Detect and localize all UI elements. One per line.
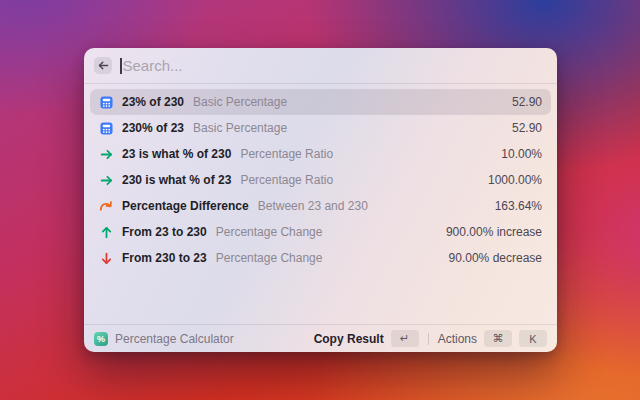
result-value: 52.90 xyxy=(512,95,542,109)
result-value: 90.00% decrease xyxy=(449,251,542,265)
result-row[interactable]: 230 is what % of 23 Percentage Ratio 100… xyxy=(90,167,551,193)
result-subtitle: Percentage Ratio xyxy=(240,173,480,187)
result-subtitle: Percentage Ratio xyxy=(240,147,493,161)
result-value: 900.00% increase xyxy=(446,225,542,239)
return-key-badge: ↵ xyxy=(391,330,419,347)
app-name: Percentage Calculator xyxy=(115,332,234,346)
calculator-icon xyxy=(99,121,113,135)
result-row[interactable]: From 230 to 23 Percentage Change 90.00% … xyxy=(90,245,551,271)
result-title: Percentage Difference xyxy=(122,199,249,213)
arrow-curve-right-icon xyxy=(99,199,113,213)
result-row[interactable]: 23% of 230 Basic Percentage 52.90 xyxy=(90,89,551,115)
result-title: 23 is what % of 230 xyxy=(122,147,231,161)
footer-separator xyxy=(428,333,429,345)
result-subtitle: Basic Percentage xyxy=(193,95,504,109)
calculator-icon xyxy=(99,95,113,109)
arrow-right-icon xyxy=(99,173,113,187)
search-bar xyxy=(84,48,557,83)
footer-actions: Copy Result ↵ Actions ⌘ K xyxy=(314,330,547,347)
results-list: 23% of 230 Basic Percentage 52.90 230% o… xyxy=(84,84,557,324)
result-value: 1000.00% xyxy=(488,173,542,187)
result-subtitle: Basic Percentage xyxy=(193,121,504,135)
result-value: 10.00% xyxy=(501,147,542,161)
back-button[interactable] xyxy=(94,57,112,74)
search-input[interactable] xyxy=(123,57,548,74)
k-key-badge: K xyxy=(519,330,547,347)
result-title: From 23 to 230 xyxy=(122,225,207,239)
result-value: 52.90 xyxy=(512,121,542,135)
copy-result-button[interactable]: Copy Result xyxy=(314,332,384,346)
result-value: 163.64% xyxy=(495,199,542,213)
result-subtitle: Between 23 and 230 xyxy=(258,199,487,213)
result-title: 230 is what % of 23 xyxy=(122,173,231,187)
actions-button[interactable]: Actions xyxy=(438,332,477,346)
percentage-calculator-icon: % xyxy=(94,332,108,346)
launcher-window: 23% of 230 Basic Percentage 52.90 230% o… xyxy=(84,48,557,352)
arrow-up-icon xyxy=(99,225,113,239)
arrow-down-icon xyxy=(99,251,113,265)
result-subtitle: Percentage Change xyxy=(216,225,438,239)
result-subtitle: Percentage Change xyxy=(216,251,441,265)
footer-bar: % Percentage Calculator Copy Result ↵ Ac… xyxy=(84,325,557,352)
app-chip: % Percentage Calculator xyxy=(94,332,234,346)
arrow-right-icon xyxy=(99,147,113,161)
command-key-badge: ⌘ xyxy=(484,330,512,347)
arrow-left-icon xyxy=(98,60,109,71)
result-row[interactable]: From 23 to 230 Percentage Change 900.00%… xyxy=(90,219,551,245)
result-title: 23% of 230 xyxy=(122,95,184,109)
text-caret xyxy=(120,58,122,74)
result-title: 230% of 23 xyxy=(122,121,184,135)
result-row[interactable]: Percentage Difference Between 23 and 230… xyxy=(90,193,551,219)
result-title: From 230 to 23 xyxy=(122,251,207,265)
result-row[interactable]: 230% of 23 Basic Percentage 52.90 xyxy=(90,115,551,141)
result-row[interactable]: 23 is what % of 230 Percentage Ratio 10.… xyxy=(90,141,551,167)
